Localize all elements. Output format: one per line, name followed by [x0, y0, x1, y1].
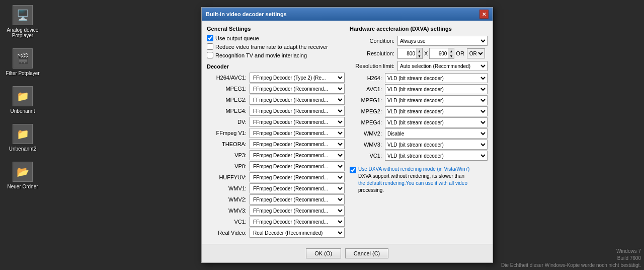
condition-select[interactable]: Always use Disable Use when available: [397, 36, 488, 46]
desktop: 🖥️ Analog devicePotplayer 🎬 Filter Potpl…: [0, 0, 644, 270]
decoder-select-ffmpegv1[interactable]: FFmpeg Decoder (Recommend...: [250, 128, 345, 138]
codec-select-avc1[interactable]: VLD (bit stream decoder): [385, 84, 488, 94]
decoder-label-dv: DV:: [207, 119, 250, 125]
decoder-select-realvideo[interactable]: Real Decoder (Recommended): [250, 228, 345, 238]
decoder-label-huffyuv: HUFFYUV:: [207, 174, 250, 180]
codec-label-mpeg1-hw: MPEG1:: [350, 97, 385, 103]
decoder-row-dv: DV: FFmpeg Decoder (Recommend...: [207, 117, 345, 127]
decoder-select-wmv2[interactable]: FFmpeg Decoder (Recommend...: [250, 194, 345, 205]
codec-select-mpeg1-hw[interactable]: VLD (bit stream decoder): [385, 95, 488, 105]
res-height-spinbtns: ▲ ▼: [448, 48, 454, 58]
res-width-input[interactable]: [398, 48, 416, 58]
codec-select-mpeg2-hw[interactable]: VLD (bit stream decoder): [385, 106, 488, 116]
decoder-row-mpeg1: MPEG1: FFmpeg Decoder (Recommend...: [207, 84, 345, 94]
decoder-row-mpeg2: MPEG2: FFmpeg Decoder (Recommend...: [207, 95, 345, 105]
decoder-select-huffyuv[interactable]: FFmpeg Decoder (Recommend...: [250, 172, 345, 182]
decoder-label-realvideo: Real Video:: [207, 230, 250, 236]
decoder-row-realvideo: Real Video: Real Decoder (Recommended): [207, 228, 345, 238]
codec-row-mpeg2: MPEG2: VLD (bit stream decoder): [350, 106, 488, 116]
ok-button[interactable]: OK (O): [306, 248, 341, 258]
dxva-note-line3: the default rendering.You can use it wit…: [358, 180, 467, 186]
decoder-row-mpeg4: MPEG4: FFmpeg Decoder (Recommend...: [207, 106, 345, 116]
decoder-section: Decoder H264/AVC1: FFmpeg Decoder (Type …: [207, 63, 345, 238]
codec-label-vc1-hw: VC1:: [350, 153, 385, 159]
codec-label-wmv3-hw: WMV3:: [350, 142, 385, 148]
codec-row-vc1-hw: VC1: VLD (bit stream decoder): [350, 151, 488, 161]
resolution-limit-select[interactable]: Auto selection (Recommended): [397, 61, 488, 71]
codec-row-wmv2-hw: WMV2: Disable VLD (bit stream decoder): [350, 128, 488, 139]
resolution-limit-label: Resolution limit:: [350, 63, 397, 69]
dxva-note-text: Use DXVA without rendering mode (in Vist…: [358, 166, 469, 194]
decoder-label-ffmpegv1: FFmpeg V1:: [207, 130, 250, 136]
resolution-label: Resolution:: [350, 50, 397, 56]
left-panel: General Settings Use output queue Reduce…: [207, 26, 345, 239]
res-width-spin: ▲ ▼: [397, 48, 423, 59]
res-width-spinbtns: ▲ ▼: [416, 48, 422, 58]
cancel-button[interactable]: Cancel (C): [345, 248, 389, 258]
decoder-label-vc1: VC1:: [207, 219, 250, 225]
decoder-select-theora[interactable]: FFmpeg Decoder (Recommend...: [250, 139, 345, 149]
close-button[interactable]: ✕: [479, 10, 489, 19]
decoder-select-mpeg1[interactable]: FFmpeg Decoder (Recommend...: [250, 84, 345, 94]
recognition-tv-checkbox[interactable]: [207, 52, 213, 58]
decoder-label-h264: H264/AVC1:: [207, 75, 250, 81]
codec-row-mpeg4: MPEG4: VLD (bit stream decoder): [350, 117, 488, 127]
res-width-down[interactable]: ▼: [416, 53, 422, 58]
dxva-note-line2: DXVA support without rendering, its slow…: [358, 173, 464, 179]
res-height-input[interactable]: [430, 48, 448, 58]
codec-select-vc1-hw[interactable]: VLD (bit stream decoder): [385, 151, 488, 161]
decoder-label-vp3: VP3:: [207, 152, 250, 158]
condition-row: Condition: Always use Disable Use when a…: [350, 36, 488, 46]
codec-label-mpeg2-hw: MPEG2:: [350, 108, 385, 114]
decoder-settings-dialog: Built-in video decoder settings ✕ Genera…: [201, 7, 493, 263]
dxva-rendering-checkbox[interactable]: [350, 167, 356, 173]
dialog-body: General Settings Use output queue Reduce…: [202, 21, 493, 244]
dialog-title: Built-in video decoder settings: [206, 11, 287, 17]
decoder-select-h264[interactable]: FFmpeg Decoder (Type 2) (Re...: [250, 73, 345, 83]
decoder-select-mpeg2[interactable]: FFmpeg Decoder (Recommend...: [250, 95, 345, 105]
decoder-select-vp3[interactable]: FFmpeg Decoder (Recommend...: [250, 150, 345, 160]
general-settings-title: General Settings: [207, 26, 345, 32]
codec-row-avc1: AVC1: VLD (bit stream decoder): [350, 84, 488, 94]
reduce-frame-rate-checkbox[interactable]: [207, 43, 213, 50]
resolution-row: Resolution: ▲ ▼ X ▲: [350, 48, 488, 59]
decoder-select-vc1[interactable]: FFmpeg Decoder (Recommend...: [250, 217, 345, 227]
decoder-select-vp8[interactable]: FFmpeg Decoder (Recommend...: [250, 161, 345, 171]
decoder-row-huffyuv: HUFFYUV: FFmpeg Decoder (Recommend...: [207, 172, 345, 182]
dxva-note: Use DXVA without rendering mode (in Vist…: [350, 166, 488, 194]
dxva-note-line4: processing.: [358, 187, 384, 193]
decoder-row-vc1: VC1: FFmpeg Decoder (Recommend...: [207, 217, 345, 227]
right-panel: Hardware acceleration (DXVA) settings Co…: [350, 26, 488, 239]
decoder-label-mpeg2: MPEG2:: [207, 97, 250, 103]
dxva-note-line1: Use DXVA without rendering mode (in Vist…: [358, 166, 469, 172]
decoder-label-vp8: VP8:: [207, 163, 250, 169]
dialog-titlebar: Built-in video decoder settings ✕: [202, 8, 493, 21]
codec-select-wmv2-hw[interactable]: Disable VLD (bit stream decoder): [385, 128, 488, 139]
recognition-tv-label: Recognition TV and movie interlacing: [215, 52, 307, 58]
decoder-label-theora: THEORA:: [207, 141, 250, 147]
res-height-up[interactable]: ▲: [448, 48, 454, 53]
codec-select-mpeg4-hw[interactable]: VLD (bit stream decoder): [385, 117, 488, 127]
decoder-select-wmv3[interactable]: FFmpeg Decoder (Recommend...: [250, 206, 345, 216]
use-output-queue-checkbox[interactable]: [207, 35, 213, 41]
decoder-select-wmv1[interactable]: FFmpeg Decoder (Recommend...: [250, 183, 345, 193]
decoder-select-dv[interactable]: FFmpeg Decoder (Recommend...: [250, 117, 345, 127]
codec-row-mpeg1: MPEG1: VLD (bit stream decoder): [350, 95, 488, 105]
codec-label-wmv2-hw: WMV2:: [350, 130, 385, 137]
codec-select-h264[interactable]: VLD (bit stream decoder): [385, 73, 488, 83]
decoder-row-wmv1: WMV1: FFmpeg Decoder (Recommend...: [207, 183, 345, 193]
res-x-separator: X: [423, 50, 429, 56]
decoder-row-theora: THEORA: FFmpeg Decoder (Recommend...: [207, 139, 345, 149]
reduce-frame-rate-row: Reduce video frame rate to adapt the rec…: [207, 43, 345, 50]
use-output-queue-row: Use output queue: [207, 35, 345, 41]
decoder-row-vp8: VP8: FFmpeg Decoder (Recommend...: [207, 161, 345, 171]
decoder-row-vp3: VP3: FFmpeg Decoder (Recommend...: [207, 150, 345, 160]
res-width-up[interactable]: ▲: [416, 48, 422, 53]
dxva-checkbox-label: Use DXVA without rendering mode (in Vist…: [358, 166, 469, 193]
decoder-title: Decoder: [207, 63, 345, 70]
decoder-select-mpeg4[interactable]: FFmpeg Decoder (Recommend...: [250, 106, 345, 116]
res-or-select[interactable]: OR AND: [467, 48, 485, 58]
codec-select-wmv3-hw[interactable]: VLD (bit stream decoder): [385, 140, 488, 150]
res-or-label: OR: [454, 50, 466, 56]
res-height-down[interactable]: ▼: [448, 53, 454, 58]
